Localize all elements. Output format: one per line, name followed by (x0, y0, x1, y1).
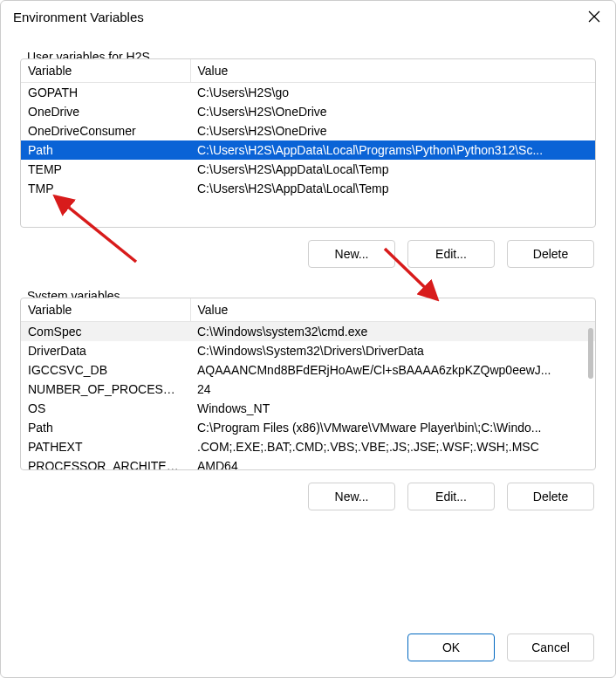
dialog-content: User variables for H2S Variable Value GO… (1, 31, 615, 621)
close-icon (588, 10, 600, 23)
var-value: Windows_NT (190, 399, 595, 418)
table-row[interactable]: IGCCSVC_DBAQAAANCMnd8BFdERjHoAwE/Cl+sBAA… (21, 360, 595, 380)
system-vars-group: System variables Variable Value ComSpecC… (20, 298, 596, 510)
dialog-footer: OK Cancel (1, 621, 615, 677)
var-name: DriverData (21, 341, 190, 360)
var-name: TMP (21, 179, 190, 198)
user-col-value[interactable]: Value (190, 59, 595, 83)
user-vars-group: User variables for H2S Variable Value GO… (20, 58, 596, 268)
var-name: GOPATH (21, 83, 190, 103)
var-name: PATHEXT (21, 437, 190, 456)
table-row[interactable]: ComSpecC:\Windows\system32\cmd.exe (21, 322, 595, 342)
var-value: C:\Users\H2S\AppData\Local\Temp (190, 160, 595, 179)
var-value: .COM;.EXE;.BAT;.CMD;.VBS;.VBE;.JS;.JSE;.… (190, 437, 595, 456)
var-value: C:\Users\H2S\go (190, 83, 595, 103)
cancel-button[interactable]: Cancel (507, 633, 594, 661)
var-name: OS (21, 399, 190, 418)
table-row[interactable]: TEMPC:\Users\H2S\AppData\Local\Temp (21, 160, 595, 179)
table-row[interactable]: GOPATHC:\Users\H2S\go (21, 83, 595, 103)
sys-col-value[interactable]: Value (190, 298, 595, 322)
user-new-button[interactable]: New... (308, 240, 395, 268)
var-name: Path (21, 418, 190, 437)
var-value: AQAAANCMnd8BFdERjHoAwE/Cl+sBAAAA6zkpKZQw… (190, 360, 595, 380)
var-name: Path (21, 140, 190, 160)
var-value: AMD64 (190, 456, 595, 470)
var-name: PROCESSOR_ARCHITECTU (21, 456, 190, 470)
table-row[interactable]: TMPC:\Users\H2S\AppData\Local\Temp (21, 179, 595, 198)
var-name: NUMBER_OF_PROCESSORS (21, 380, 190, 399)
user-vars-list[interactable]: Variable Value GOPATHC:\Users\H2S\goOneD… (20, 58, 596, 228)
system-button-row: New... Edit... Delete (20, 470, 596, 510)
table-row[interactable]: OSWindows_NT (21, 399, 595, 418)
var-value: C:\Users\H2S\AppData\Local\Temp (190, 179, 595, 198)
var-name: OneDriveConsumer (21, 121, 190, 140)
var-value: C:\Windows\system32\cmd.exe (190, 322, 595, 342)
var-name: TEMP (21, 160, 190, 179)
scrollbar-thumb[interactable] (588, 328, 593, 379)
var-value: C:\Program Files (x86)\VMware\VMware Pla… (190, 418, 595, 437)
env-vars-dialog: Environment Variables User variables for… (0, 0, 616, 678)
var-value: 24 (190, 380, 595, 399)
table-row[interactable]: PATHEXT.COM;.EXE;.BAT;.CMD;.VBS;.VBE;.JS… (21, 437, 595, 456)
var-value: C:\Users\H2S\OneDrive (190, 121, 595, 140)
table-row[interactable]: NUMBER_OF_PROCESSORS24 (21, 380, 595, 399)
table-row[interactable]: OneDriveC:\Users\H2S\OneDrive (21, 102, 595, 121)
dialog-title: Environment Variables (13, 10, 144, 24)
var-value: C:\Windows\System32\Drivers\DriverData (190, 341, 595, 360)
user-edit-button[interactable]: Edit... (407, 240, 495, 268)
var-name: ComSpec (21, 322, 190, 342)
var-value: C:\Users\H2S\OneDrive (190, 102, 595, 121)
table-row[interactable]: PathC:\Users\H2S\AppData\Local\Programs\… (21, 140, 595, 160)
system-delete-button[interactable]: Delete (507, 483, 594, 510)
var-name: IGCCSVC_DB (21, 360, 190, 380)
scrollbar-track[interactable] (588, 328, 593, 468)
user-button-row: New... Edit... Delete (20, 228, 596, 268)
var-value: C:\Users\H2S\AppData\Local\Programs\Pyth… (190, 140, 595, 160)
user-col-variable[interactable]: Variable (21, 59, 190, 83)
var-name: OneDrive (21, 102, 190, 121)
titlebar: Environment Variables (1, 1, 615, 31)
ok-button[interactable]: OK (407, 633, 495, 661)
system-edit-button[interactable]: Edit... (407, 483, 495, 510)
table-row[interactable]: OneDriveConsumerC:\Users\H2S\OneDrive (21, 121, 595, 140)
system-vars-list[interactable]: Variable Value ComSpecC:\Windows\system3… (20, 298, 596, 470)
system-new-button[interactable]: New... (308, 483, 395, 510)
table-row[interactable]: DriverDataC:\Windows\System32\Drivers\Dr… (21, 341, 595, 360)
sys-col-variable[interactable]: Variable (21, 298, 190, 322)
user-delete-button[interactable]: Delete (507, 240, 594, 268)
table-row[interactable]: PROCESSOR_ARCHITECTUAMD64 (21, 456, 595, 470)
table-row[interactable]: PathC:\Program Files (x86)\VMware\VMware… (21, 418, 595, 437)
close-button[interactable] (585, 8, 603, 25)
